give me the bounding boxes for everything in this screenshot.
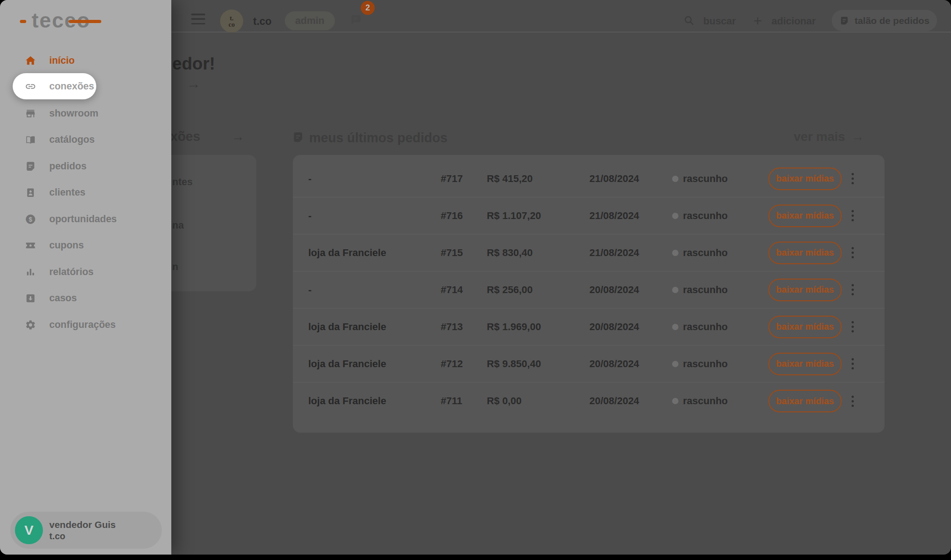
order-number: #717 — [441, 173, 487, 185]
status-dot-icon — [672, 250, 678, 256]
order-number: #714 — [441, 284, 487, 296]
see-more-link[interactable]: ver mais → — [794, 130, 864, 144]
order-client: loja da Franciele — [308, 395, 441, 407]
order-client: loja da Franciele — [308, 321, 441, 333]
user-avatar: V — [15, 516, 43, 544]
search-button[interactable]: buscar — [703, 15, 736, 27]
status-dot-icon — [672, 287, 678, 293]
archive-icon — [25, 293, 36, 304]
order-date: 20/08/2024 — [589, 321, 672, 333]
order-number: #716 — [441, 210, 487, 222]
order-client: loja da Franciele — [308, 358, 441, 370]
order-number: #715 — [441, 247, 487, 259]
search-icon[interactable] — [683, 15, 694, 26]
order-total: R$ 1.969,00 — [487, 321, 589, 333]
note-icon — [839, 16, 849, 26]
order-row: loja da Franciele #712 R$ 9.850,40 20/08… — [293, 345, 885, 383]
order-row: loja da Franciele #715 R$ 830,40 21/08/2… — [293, 234, 885, 271]
download-media-button[interactable]: baixar mídias — [768, 316, 842, 338]
sidebar-item-catalogos[interactable]: catálogos — [0, 127, 171, 154]
chart-icon — [25, 266, 36, 278]
user-name: vendedor Guis — [49, 518, 116, 531]
status-label: rascunho — [683, 358, 728, 370]
order-row: - #714 R$ 256,00 20/08/2024 rascunho bai… — [293, 271, 885, 308]
order-client: - — [308, 173, 441, 185]
status-dot-icon — [672, 213, 678, 219]
dollar-icon — [25, 214, 36, 225]
order-row: - #717 R$ 415,20 21/08/2024 rascunho bai… — [293, 160, 885, 197]
download-media-button[interactable]: baixar mídias — [768, 168, 842, 190]
download-media-button[interactable]: baixar mídias — [768, 242, 842, 264]
row-kebab-menu-icon[interactable] — [852, 358, 854, 369]
chat-badge: 2 — [361, 1, 375, 15]
sidebar-item-showroom[interactable]: showroom — [0, 100, 171, 127]
connections-arrow-icon[interactable]: → — [231, 129, 245, 144]
order-client: loja da Franciele — [308, 247, 441, 259]
user-card[interactable]: V vendedor Guis t.co — [10, 512, 162, 549]
order-total: R$ 9.850,40 — [487, 358, 589, 370]
order-number: #712 — [441, 358, 487, 370]
greeting-text-fragment: edor! — [172, 54, 215, 74]
order-status: rascunho — [672, 173, 768, 185]
connections-fragment: n — [172, 261, 178, 273]
row-kebab-menu-icon[interactable] — [852, 284, 854, 295]
spotlight-sidebar-item-conexoes[interactable]: conexões — [13, 73, 96, 99]
order-pad-label: talão de pedidos — [855, 15, 930, 26]
orders-section-icon — [292, 131, 304, 144]
order-total: R$ 256,00 — [487, 284, 589, 296]
sidebar-item-casos[interactable]: casos — [0, 285, 171, 312]
status-label: rascunho — [683, 173, 728, 185]
sidebar-item-pedidos[interactable]: pedidos — [0, 153, 171, 180]
status-dot-icon — [672, 176, 678, 182]
sidebar-item-relatorios[interactable]: relatórios — [0, 259, 171, 285]
sidebar-item-cupons[interactable]: cupons — [0, 233, 171, 259]
order-date: 20/08/2024 — [589, 284, 672, 296]
status-label: rascunho — [683, 284, 728, 296]
order-status: rascunho — [672, 358, 768, 370]
order-row: loja da Franciele #713 R$ 1.969,00 20/08… — [293, 308, 885, 345]
sidebar-item-clientes[interactable]: clientes — [0, 180, 171, 206]
sidebar-item-inicio[interactable]: início — [0, 47, 171, 74]
order-row: loja da Franciele #711 R$ 0,00 20/08/202… — [293, 383, 885, 420]
status-dot-icon — [672, 361, 678, 367]
chat-icon[interactable] — [349, 14, 362, 26]
workspace-avatar[interactable]: t. co — [220, 9, 243, 33]
status-dot-icon — [672, 324, 678, 330]
order-date: 20/08/2024 — [589, 358, 672, 370]
app-window: t. co t.co admin 2 buscar + adicionar ta… — [0, 0, 951, 555]
order-number: #711 — [441, 395, 487, 407]
ticket-icon — [25, 240, 36, 251]
download-media-button[interactable]: baixar mídias — [768, 353, 842, 375]
order-status: rascunho — [672, 321, 768, 333]
order-pad-button[interactable]: talão de pedidos — [832, 10, 937, 31]
sidebar-item-configuracoes[interactable]: configurações — [0, 312, 171, 338]
download-media-button[interactable]: baixar mídias — [768, 279, 842, 301]
book-icon — [25, 134, 36, 145]
status-label: rascunho — [683, 321, 728, 333]
row-kebab-menu-icon[interactable] — [852, 173, 854, 184]
orders-table: - #717 R$ 415,20 21/08/2024 rascunho bai… — [293, 155, 885, 433]
role-chip: admin — [285, 11, 335, 30]
greeting-arrow-icon[interactable]: → — [187, 76, 201, 92]
user-org: t.co — [49, 531, 116, 542]
order-total: R$ 1.107,20 — [487, 210, 589, 222]
orders-section-title: meus últimos pedidos — [309, 131, 447, 145]
link-icon — [25, 81, 36, 92]
store-icon — [25, 108, 36, 119]
download-media-button[interactable]: baixar mídias — [768, 390, 842, 412]
menu-hamburger-icon[interactable] — [191, 14, 205, 24]
row-kebab-menu-icon[interactable] — [852, 247, 854, 258]
workspace-label: t.co — [253, 15, 272, 28]
sidebar-item-oportunidades[interactable]: oportunidades — [0, 206, 171, 233]
order-row: - #716 R$ 1.107,20 21/08/2024 rascunho b… — [293, 197, 885, 234]
order-date: 20/08/2024 — [589, 395, 672, 407]
row-kebab-menu-icon[interactable] — [852, 210, 854, 221]
add-button[interactable]: adicionar — [772, 15, 816, 27]
row-kebab-menu-icon[interactable] — [852, 321, 854, 332]
order-date: 21/08/2024 — [589, 173, 672, 185]
order-status: rascunho — [672, 247, 768, 259]
row-kebab-menu-icon[interactable] — [852, 396, 854, 407]
order-status: rascunho — [672, 284, 768, 296]
download-media-button[interactable]: baixar mídias — [768, 205, 842, 227]
plus-icon[interactable]: + — [753, 13, 762, 29]
